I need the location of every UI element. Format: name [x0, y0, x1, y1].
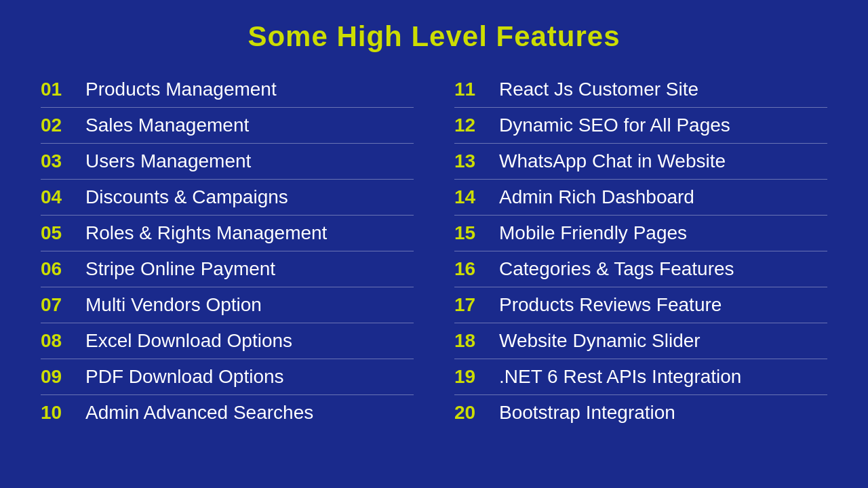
feature-label: Excel Download Options	[85, 330, 292, 352]
feature-number: 16	[454, 258, 487, 280]
feature-label: Products Management	[85, 79, 277, 100]
feature-number: 07	[41, 294, 73, 316]
list-item: 09 PDF Download Options	[41, 359, 414, 395]
feature-label: Stripe Online Payment	[85, 258, 275, 280]
feature-number: 05	[41, 222, 73, 244]
list-item: 07 Multi Vendors Option	[41, 287, 414, 323]
feature-label: Roles & Rights Management	[85, 222, 327, 244]
list-item: 08 Excel Download Options	[41, 323, 414, 359]
left-column: 01 Products Management 02 Sales Manageme…	[41, 72, 414, 468]
feature-number: 02	[41, 115, 73, 136]
feature-label: PDF Download Options	[85, 366, 284, 388]
feature-number: 14	[454, 186, 487, 208]
feature-label: Users Management	[85, 150, 251, 172]
feature-number: 17	[454, 294, 487, 316]
list-item: 10 Admin Advanced Searches	[41, 395, 414, 430]
feature-label: Admin Rich Dashboard	[499, 186, 694, 208]
list-item: 05 Roles & Rights Management	[41, 216, 414, 251]
feature-number: 04	[41, 186, 73, 208]
feature-number: 03	[41, 150, 73, 172]
feature-label: WhatsApp Chat in Website	[499, 150, 726, 172]
feature-label: .NET 6 Rest APIs Integration	[499, 366, 741, 388]
feature-number: 18	[454, 330, 487, 352]
feature-label: Admin Advanced Searches	[85, 402, 313, 424]
list-item: 13 WhatsApp Chat in Website	[454, 144, 827, 180]
feature-label: Dynamic SEO for All Pages	[499, 115, 730, 136]
list-item: 02 Sales Management	[41, 108, 414, 144]
feature-number: 10	[41, 402, 73, 424]
feature-label: Website Dynamic Slider	[499, 330, 701, 352]
list-item: 15 Mobile Friendly Pages	[454, 216, 827, 251]
list-item: 19 .NET 6 Rest APIs Integration	[454, 359, 827, 395]
page-title: Some High Level Features	[41, 20, 827, 53]
feature-number: 11	[454, 79, 487, 100]
list-item: 06 Stripe Online Payment	[41, 251, 414, 287]
list-item: 17 Products Reviews Feature	[454, 287, 827, 323]
feature-number: 12	[454, 115, 487, 136]
features-columns: 01 Products Management 02 Sales Manageme…	[41, 72, 827, 468]
list-item: 01 Products Management	[41, 72, 414, 108]
feature-label: Multi Vendors Option	[85, 294, 262, 316]
feature-label: Sales Management	[85, 115, 249, 136]
feature-label: Categories & Tags Features	[499, 258, 734, 280]
list-item: 12 Dynamic SEO for All Pages	[454, 108, 827, 144]
feature-number: 01	[41, 79, 73, 100]
right-column: 11 React Js Customer Site 12 Dynamic SEO…	[454, 72, 827, 468]
main-container: Some High Level Features 01 Products Man…	[0, 0, 868, 488]
list-item: 03 Users Management	[41, 144, 414, 180]
feature-number: 06	[41, 258, 73, 280]
feature-label: Mobile Friendly Pages	[499, 222, 687, 244]
feature-number: 20	[454, 402, 487, 424]
feature-label: Products Reviews Feature	[499, 294, 722, 316]
feature-label: React Js Customer Site	[499, 79, 698, 100]
list-item: 18 Website Dynamic Slider	[454, 323, 827, 359]
list-item: 20 Bootstrap Integration	[454, 395, 827, 430]
feature-number: 15	[454, 222, 487, 244]
list-item: 04 Discounts & Campaigns	[41, 180, 414, 216]
list-item: 11 React Js Customer Site	[454, 72, 827, 108]
list-item: 14 Admin Rich Dashboard	[454, 180, 827, 216]
feature-number: 08	[41, 330, 73, 352]
feature-number: 13	[454, 150, 487, 172]
feature-label: Bootstrap Integration	[499, 402, 675, 424]
feature-number: 19	[454, 366, 487, 388]
feature-label: Discounts & Campaigns	[85, 186, 288, 208]
feature-number: 09	[41, 366, 73, 388]
list-item: 16 Categories & Tags Features	[454, 251, 827, 287]
